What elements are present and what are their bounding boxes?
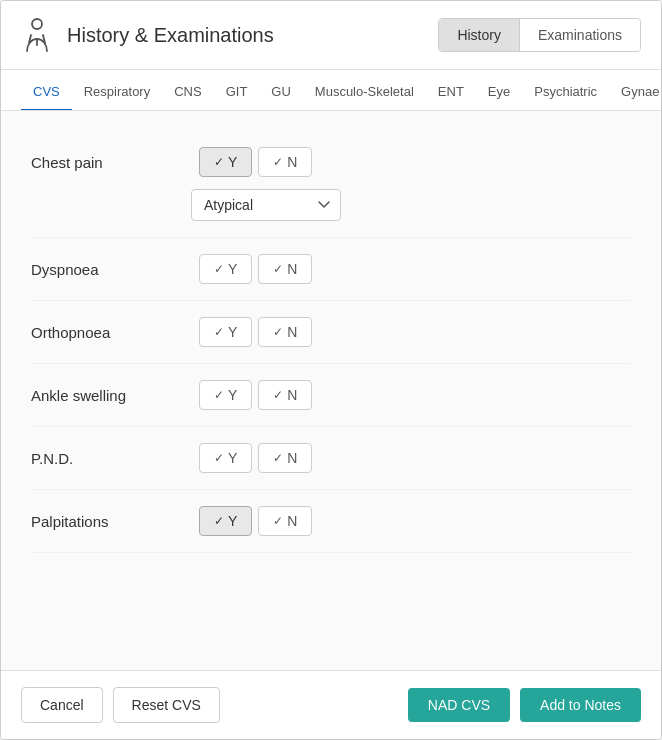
person-icon bbox=[21, 15, 53, 55]
tab-gynae[interactable]: Gynae bbox=[609, 70, 661, 111]
svg-point-0 bbox=[32, 19, 42, 29]
pnd-y-button[interactable]: ✓ Y bbox=[199, 443, 252, 473]
footer-left-buttons: Cancel Reset CVS bbox=[21, 687, 220, 723]
main-window: History & Examinations History Examinati… bbox=[0, 0, 662, 740]
check-icon: ✓ bbox=[214, 325, 224, 339]
symptom-row-dyspnoea: Dyspnoea ✓ Y ✓ N bbox=[31, 238, 631, 301]
chest-pain-type-select[interactable]: Typical Atypical Non-cardiac bbox=[191, 189, 341, 221]
check-icon: ✓ bbox=[214, 155, 224, 169]
yn-group-chest-pain: ✓ Y ✓ N bbox=[199, 147, 312, 177]
tab-cvs[interactable]: CVS bbox=[21, 70, 72, 111]
tab-git[interactable]: GIT bbox=[214, 70, 260, 111]
check-icon: ✓ bbox=[214, 262, 224, 276]
check-icon: ✓ bbox=[214, 514, 224, 528]
pnd-n-button[interactable]: ✓ N bbox=[258, 443, 312, 473]
symptom-label-dyspnoea: Dyspnoea bbox=[31, 261, 191, 278]
symptom-label-orthopnoea: Orthopnoea bbox=[31, 324, 191, 341]
tab-psychiatric[interactable]: Psychiatric bbox=[522, 70, 609, 111]
cancel-button[interactable]: Cancel bbox=[21, 687, 103, 723]
reset-cvs-button[interactable]: Reset CVS bbox=[113, 687, 220, 723]
tab-ent[interactable]: ENT bbox=[426, 70, 476, 111]
tabs-bar: CVS Respiratory CNS GIT GU Musculo-Skele… bbox=[1, 70, 661, 111]
add-to-notes-button[interactable]: Add to Notes bbox=[520, 688, 641, 722]
footer: Cancel Reset CVS NAD CVS Add to Notes bbox=[1, 670, 661, 739]
symptom-row-palpitations: Palpitations ✓ Y ✓ N bbox=[31, 490, 631, 553]
chest-pain-y-button[interactable]: ✓ Y bbox=[199, 147, 252, 177]
ankle-swelling-y-button[interactable]: ✓ Y bbox=[199, 380, 252, 410]
content-area: Chest pain ✓ Y ✓ N Typical Atypical Non-… bbox=[1, 111, 661, 670]
examinations-button[interactable]: Examinations bbox=[520, 19, 640, 51]
symptom-label-ankle-swelling: Ankle swelling bbox=[31, 387, 191, 404]
yn-group-ankle-swelling: ✓ Y ✓ N bbox=[199, 380, 312, 410]
check-icon: ✓ bbox=[273, 262, 283, 276]
palpitations-y-button[interactable]: ✓ Y bbox=[199, 506, 252, 536]
dyspnoea-n-button[interactable]: ✓ N bbox=[258, 254, 312, 284]
nad-cvs-button[interactable]: NAD CVS bbox=[408, 688, 510, 722]
header: History & Examinations History Examinati… bbox=[1, 1, 661, 70]
dyspnoea-y-button[interactable]: ✓ Y bbox=[199, 254, 252, 284]
palpitations-n-button[interactable]: ✓ N bbox=[258, 506, 312, 536]
yn-group-dyspnoea: ✓ Y ✓ N bbox=[199, 254, 312, 284]
yn-group-orthopnoea: ✓ Y ✓ N bbox=[199, 317, 312, 347]
yn-group-palpitations: ✓ Y ✓ N bbox=[199, 506, 312, 536]
check-icon: ✓ bbox=[273, 325, 283, 339]
check-icon: ✓ bbox=[273, 451, 283, 465]
tab-respiratory[interactable]: Respiratory bbox=[72, 70, 162, 111]
view-toggle: History Examinations bbox=[438, 18, 641, 52]
header-left: History & Examinations bbox=[21, 15, 274, 55]
check-icon: ✓ bbox=[214, 388, 224, 402]
symptom-row-ankle-swelling: Ankle swelling ✓ Y ✓ N bbox=[31, 364, 631, 427]
symptom-label-pnd: P.N.D. bbox=[31, 450, 191, 467]
symptom-row-orthopnoea: Orthopnoea ✓ Y ✓ N bbox=[31, 301, 631, 364]
yn-group-pnd: ✓ Y ✓ N bbox=[199, 443, 312, 473]
check-icon: ✓ bbox=[214, 451, 224, 465]
page-title: History & Examinations bbox=[67, 24, 274, 47]
symptom-label-chest-pain: Chest pain bbox=[31, 154, 191, 171]
check-icon: ✓ bbox=[273, 388, 283, 402]
chest-pain-n-button[interactable]: ✓ N bbox=[258, 147, 312, 177]
tab-musculo-skeletal[interactable]: Musculo-Skeletal bbox=[303, 70, 426, 111]
symptom-row-pnd: P.N.D. ✓ Y ✓ N bbox=[31, 427, 631, 490]
tab-cns[interactable]: CNS bbox=[162, 70, 213, 111]
footer-right-buttons: NAD CVS Add to Notes bbox=[408, 688, 641, 722]
tab-gu[interactable]: GU bbox=[259, 70, 303, 111]
check-icon: ✓ bbox=[273, 155, 283, 169]
check-icon: ✓ bbox=[273, 514, 283, 528]
orthopnoea-n-button[interactable]: ✓ N bbox=[258, 317, 312, 347]
history-button[interactable]: History bbox=[439, 19, 520, 51]
chest-pain-dropdown-row: Typical Atypical Non-cardiac bbox=[31, 189, 631, 221]
symptom-row-chest-pain: Chest pain ✓ Y ✓ N Typical Atypical Non-… bbox=[31, 131, 631, 238]
symptom-label-palpitations: Palpitations bbox=[31, 513, 191, 530]
ankle-swelling-n-button[interactable]: ✓ N bbox=[258, 380, 312, 410]
tab-eye[interactable]: Eye bbox=[476, 70, 522, 111]
orthopnoea-y-button[interactable]: ✓ Y bbox=[199, 317, 252, 347]
